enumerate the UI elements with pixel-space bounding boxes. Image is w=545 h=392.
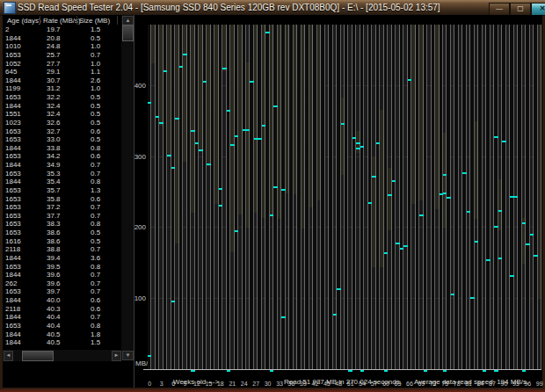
table-row[interactable]: 165340.40.8 <box>3 322 120 330</box>
table-row[interactable]: 184420.80.5 <box>3 34 120 43</box>
y-tick-label: 100 <box>128 294 146 302</box>
horizontal-scrollbar-thumb[interactable] <box>22 351 54 361</box>
table-row[interactable]: 184434.90.7 <box>3 161 120 170</box>
speed-marker <box>534 255 537 257</box>
y-tick-label: 300 <box>128 153 146 161</box>
table-row[interactable]: 184433.80.8 <box>3 144 120 153</box>
table-row[interactable]: 184439.60.7 <box>3 271 120 279</box>
table-cell: 1844 <box>5 76 21 84</box>
window-title: SSD Read Speed Tester 2.04 - [Samsung SS… <box>18 3 440 12</box>
axis-marker <box>360 370 364 372</box>
table-cell: 0.6 <box>91 127 100 135</box>
speed-marker <box>400 248 403 250</box>
status-read-total: Read 51 937 MB in 270.024 seconds. <box>284 378 402 386</box>
scroll-left-icon[interactable]: ◄ <box>4 351 13 361</box>
column-header-age[interactable]: Age (days) <box>7 17 41 25</box>
table-cell: 0.5 <box>91 34 100 42</box>
table-row[interactable]: 165339.50.8 <box>3 263 120 272</box>
table-cell: 1844 <box>5 102 21 110</box>
table-row[interactable]: 184439.43.6 <box>3 254 120 263</box>
table-row[interactable]: 165332.70.6 <box>3 127 120 136</box>
scroll-right-icon[interactable]: ► <box>112 351 121 361</box>
table-row[interactable]: 184432.40.5 <box>3 102 120 111</box>
table-row[interactable]: 102332.60.5 <box>3 119 120 127</box>
table-cell: 1844 <box>5 296 21 304</box>
window-bottom-border <box>0 388 545 392</box>
table-cell: 1653 <box>5 51 21 59</box>
table-cell: 0.6 <box>91 305 100 313</box>
table-row[interactable]: 165335.80.6 <box>3 195 120 204</box>
table-cell: 0.5 <box>91 110 100 118</box>
axis-marker <box>522 370 526 372</box>
table-row[interactable]: 101024.81.0 <box>3 42 120 51</box>
column-header-size[interactable]: Size (MB) <box>79 17 110 25</box>
scroll-down-icon[interactable]: ▼ <box>122 351 134 360</box>
speed-marker <box>443 174 447 176</box>
table-row[interactable]: 119931.21.0 <box>3 84 120 93</box>
speed-marker <box>470 297 474 299</box>
vertical-scrollbar-thumb[interactable] <box>122 25 134 41</box>
column-header-rate[interactable]: Rate (MB/s) <box>43 17 81 25</box>
table-row[interactable]: 165334.20.6 <box>3 152 120 161</box>
speed-marker <box>156 116 159 118</box>
title-bar[interactable]: SSD Read Speed Tester 2.04 - [Samsung SS… <box>0 0 545 16</box>
y-tick-label: 200 <box>128 223 146 231</box>
table-row[interactable]: 165325.70.7 <box>3 51 120 60</box>
table-row[interactable]: 165335.71.3 <box>3 186 120 195</box>
table-row[interactable]: 105227.71.0 <box>3 60 120 69</box>
table-row[interactable]: 155132.40.5 <box>3 110 120 119</box>
table-cell: 40.4 <box>47 313 61 321</box>
maximize-button[interactable]: ▢ <box>510 3 531 16</box>
x-tick-label: 99 <box>536 381 543 387</box>
table-row[interactable]: 165338.60.5 <box>3 229 120 237</box>
table-cell: 27.7 <box>47 60 61 68</box>
table-row[interactable]: 184435.40.8 <box>3 178 120 186</box>
table-row[interactable]: 184440.00.6 <box>3 296 120 305</box>
table-row[interactable]: 184440.51.8 <box>3 330 120 339</box>
table-row[interactable]: 165333.00.5 <box>3 135 120 144</box>
table-cell: 1010 <box>5 42 21 50</box>
table-row[interactable]: 211838.80.7 <box>3 245 120 254</box>
header-divider <box>40 16 40 25</box>
header-divider <box>76 16 77 25</box>
table-row[interactable]: 165337.20.7 <box>3 203 120 212</box>
table-cell: 0.7 <box>91 279 100 287</box>
table-row[interactable]: 64529.11.1 <box>3 68 120 76</box>
table-cell: 39.6 <box>47 271 61 279</box>
table-row[interactable]: 165332.20.5 <box>3 93 120 102</box>
speed-marker <box>388 194 391 196</box>
table-cell: 0.7 <box>91 161 100 169</box>
table-row[interactable]: 165339.70.7 <box>3 287 120 296</box>
table-cell: 32.4 <box>47 110 61 118</box>
table-cell: 39.6 <box>47 279 61 287</box>
vertical-scrollbar[interactable]: ▲ ▼ <box>121 15 134 360</box>
speed-marker <box>514 196 518 198</box>
speed-marker <box>526 243 529 245</box>
table-cell: 32.6 <box>47 119 61 127</box>
table-cell: 0.8 <box>91 220 100 228</box>
x-tick-label: 3 <box>160 381 164 387</box>
speed-marker <box>207 163 210 165</box>
table-row[interactable]: 184430.72.6 <box>3 76 120 85</box>
table-cell: 0.8 <box>91 178 100 185</box>
table-cell: 29.1 <box>47 68 61 76</box>
table-row[interactable]: 165338.30.8 <box>3 220 120 229</box>
table-row[interactable]: 184440.51.5 <box>3 338 120 347</box>
table-cell: 34.9 <box>47 161 61 169</box>
table-row[interactable]: 161638.60.5 <box>3 237 120 246</box>
table-cell: 0.8 <box>91 144 100 152</box>
table-cell: 35.8 <box>47 195 61 203</box>
table-row[interactable]: 165335.30.7 <box>3 170 120 178</box>
table-row[interactable]: 184440.40.7 <box>3 313 120 322</box>
table-row[interactable]: 219.71.5 <box>3 25 120 34</box>
x-tick-label: 21 <box>229 381 236 387</box>
table-row[interactable]: 165337.70.7 <box>3 212 120 221</box>
table-row[interactable]: 26239.60.7 <box>3 279 120 288</box>
close-button[interactable]: ✕ <box>531 3 545 16</box>
minimize-button[interactable]: — <box>489 3 510 16</box>
table-cell: 0.5 <box>91 135 100 143</box>
horizontal-scrollbar[interactable]: ◄ ► <box>3 350 121 361</box>
speed-marker <box>341 123 345 125</box>
table-row[interactable]: 211840.30.6 <box>3 305 120 314</box>
table-cell: 35.3 <box>47 170 61 178</box>
